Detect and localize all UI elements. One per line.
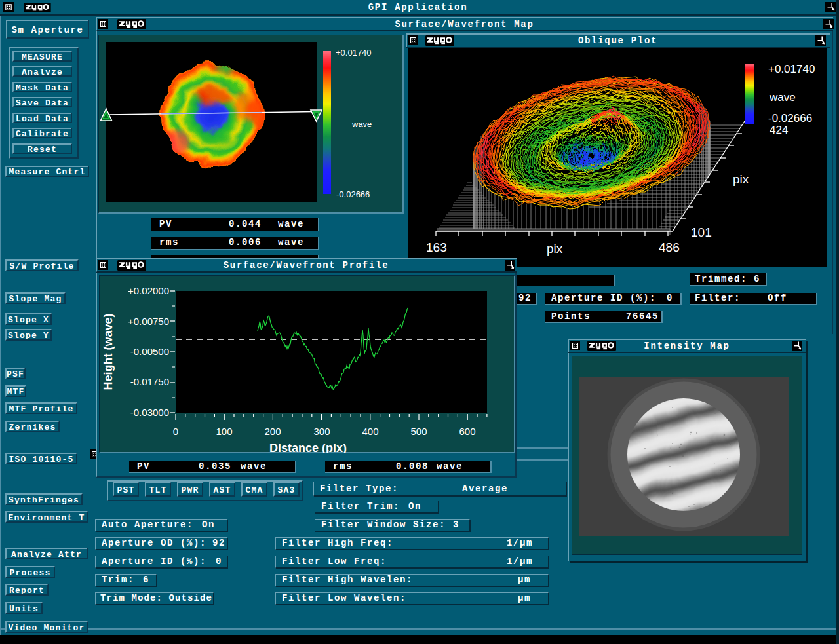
svg-text:400: 400 [362,426,378,437]
svg-text:486: 486 [659,240,680,254]
svg-text:424: 424 [770,124,788,136]
svg-text:+0.01740: +0.01740 [768,63,815,75]
svg-text:+0.00750: +0.00750 [128,316,169,327]
svg-text:500: 500 [410,426,427,437]
svg-text:-0.02666: -0.02666 [768,112,812,124]
svg-text:300: 300 [313,426,330,437]
svg-text:-0.00500: -0.00500 [130,346,169,357]
svg-text:wave: wave [769,91,796,104]
svg-text:600: 600 [459,426,475,437]
svg-text:pix: pix [547,242,563,256]
svg-text:0: 0 [173,426,178,437]
svg-text:101: 101 [691,225,712,239]
svg-text:200: 200 [264,426,281,437]
svg-text:100: 100 [216,426,232,437]
svg-text:-0.01750: -0.01750 [130,376,169,387]
svg-text:pix: pix [733,172,749,186]
svg-text:Height (wave): Height (wave) [102,313,115,390]
svg-text:163: 163 [426,240,447,254]
svg-text:Distance (pix): Distance (pix) [269,442,347,453]
svg-text:-0.03000: -0.03000 [130,407,169,418]
svg-text:+0.02000: +0.02000 [128,285,169,296]
